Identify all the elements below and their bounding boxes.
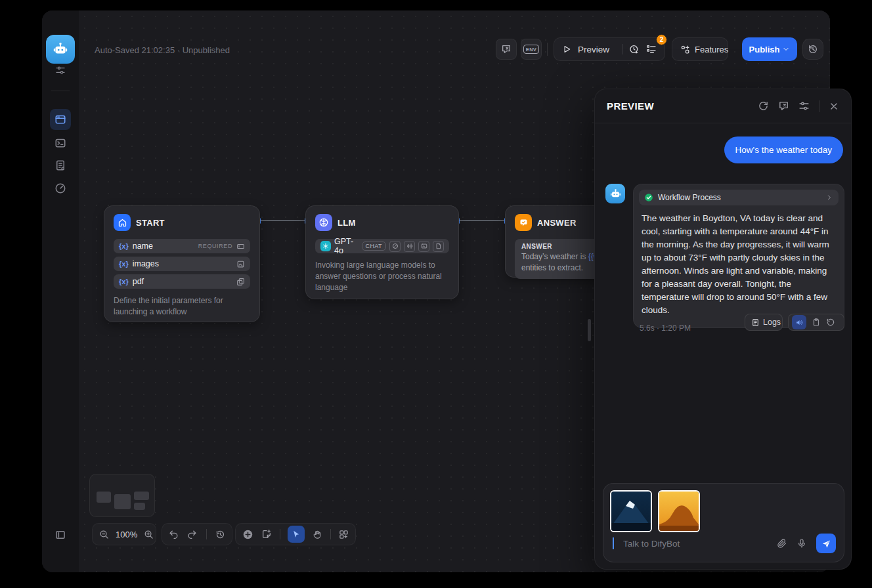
file-input-icon (236, 278, 245, 286)
checklist-icon[interactable] (646, 44, 657, 54)
run-history-icon[interactable] (629, 44, 640, 54)
publish-button[interactable]: Publish (742, 37, 797, 61)
speak-button[interactable] (792, 315, 806, 329)
version-history-button[interactable] (802, 39, 823, 60)
restart-conversation-button[interactable] (758, 100, 769, 112)
chat-input-area (603, 483, 844, 562)
microphone-button[interactable] (796, 538, 807, 549)
chevron-right-icon (825, 194, 833, 201)
topbar-divider (547, 43, 548, 56)
workflow-process-toggle[interactable]: Workflow Process (639, 190, 839, 205)
history-controls (162, 523, 232, 545)
text-input-icon (236, 242, 245, 251)
robot-icon (609, 188, 622, 200)
nav-monitoring[interactable] (50, 178, 71, 199)
redo-button[interactable] (187, 530, 197, 539)
start-var-images[interactable]: {x} images (114, 257, 250, 271)
chevron-down-icon (782, 45, 790, 53)
text-caret (613, 537, 614, 549)
history-icon (808, 44, 818, 54)
workflow-settings-button[interactable] (50, 60, 71, 81)
bot-message-card: Workflow Process The weather in Boydton,… (633, 184, 844, 328)
preview-run-group: Preview 2 (554, 37, 665, 61)
preview-title: PREVIEW (607, 100, 749, 112)
attachment-thumbnail-sunset[interactable] (658, 490, 700, 532)
bot-avatar (605, 184, 625, 203)
zoom-in-button[interactable] (144, 530, 154, 539)
start-var-pdf[interactable]: {x} pdf (114, 274, 250, 289)
gauge-icon (54, 182, 66, 194)
collapse-sidebar-button[interactable] (50, 524, 71, 545)
robot-icon (52, 41, 69, 58)
checklist-badge: 2 (656, 34, 667, 45)
hand-tool-button[interactable] (313, 530, 322, 539)
zoom-out-button[interactable] (99, 530, 109, 539)
attachment-thumbnail-fuji[interactable] (610, 490, 652, 532)
close-preview-button[interactable] (829, 101, 839, 112)
image-icon (418, 241, 429, 252)
pointer-tool-button[interactable] (288, 526, 305, 543)
preview-header: PREVIEW (595, 89, 851, 123)
chat-mode-badge: CHAT (362, 242, 386, 251)
env-icon: ENV (523, 45, 538, 54)
home-icon (114, 214, 131, 231)
required-tag: REQUIRED (198, 243, 232, 249)
chat-input-row (613, 533, 836, 554)
model-name: GPT-4o (334, 237, 359, 255)
image-input-icon (236, 260, 245, 268)
autosave-status: Auto-Saved 21:02:35 · Unpublished (95, 45, 230, 55)
nav-api-access[interactable] (50, 133, 71, 154)
debug-chat-button[interactable] (496, 39, 517, 60)
audio-icon (404, 241, 415, 252)
node-llm[interactable]: LLM GPT-4o CHAT Invoking large language … (305, 205, 459, 299)
node-start[interactable]: START {x} name REQUIRED {x} images {x} p… (104, 205, 260, 322)
llm-icon (315, 214, 332, 231)
node-tools (235, 523, 356, 545)
chat-input[interactable] (623, 539, 768, 549)
logs-doc-icon (751, 318, 760, 327)
document-icon (433, 241, 444, 252)
run-preview-button[interactable]: Preview (578, 45, 615, 54)
success-check-icon (644, 193, 653, 202)
canvas-scrollbar[interactable] (588, 319, 591, 341)
change-history-button[interactable] (215, 530, 225, 539)
edge-llm-answer (459, 220, 505, 221)
features-icon (680, 45, 690, 54)
llm-model-row[interactable]: GPT-4o CHAT (315, 239, 449, 253)
start-var-name[interactable]: {x} name REQUIRED (114, 239, 250, 253)
send-button[interactable] (816, 534, 836, 553)
bot-answer-text: The weather in Boydton, VA today is clea… (642, 212, 836, 317)
nav-orchestrate[interactable] (50, 109, 71, 130)
logs-icon (54, 159, 66, 171)
features-button[interactable]: Features (672, 37, 728, 61)
env-variables-button[interactable]: ENV (521, 39, 542, 60)
terminal-icon (54, 137, 66, 149)
chat-settings-button[interactable] (798, 100, 810, 112)
minimap[interactable] (89, 474, 155, 517)
message-meta: 5.6s · 1:20 PM (640, 324, 691, 333)
sliders-icon (55, 65, 66, 75)
chat-remove-icon (501, 44, 512, 54)
new-chat-button[interactable] (778, 100, 789, 112)
user-message-bubble: How's the weather today (724, 136, 843, 163)
add-node-button[interactable] (242, 529, 253, 540)
attach-file-button[interactable] (777, 538, 787, 549)
answer-icon (515, 214, 532, 231)
undo-button[interactable] (169, 530, 179, 539)
zoom-controls: 100% (92, 523, 156, 545)
auto-layout-button[interactable] (339, 530, 349, 539)
preview-panel: PREVIEW How's the weather today Workflow… (594, 89, 852, 570)
collapse-panel-icon (54, 529, 66, 541)
sidebar (42, 10, 79, 572)
edge-start-llm (260, 220, 305, 221)
window-icon (54, 114, 66, 125)
vision-icon (389, 241, 401, 252)
sidebar-divider (51, 91, 70, 91)
logs-button[interactable]: Logs (745, 314, 783, 331)
regenerate-button[interactable] (826, 318, 835, 327)
add-note-button[interactable] (261, 529, 272, 539)
play-icon[interactable] (562, 45, 571, 54)
copy-button[interactable] (812, 318, 821, 327)
zoom-level[interactable]: 100% (116, 530, 137, 539)
nav-logs[interactable] (50, 155, 71, 176)
